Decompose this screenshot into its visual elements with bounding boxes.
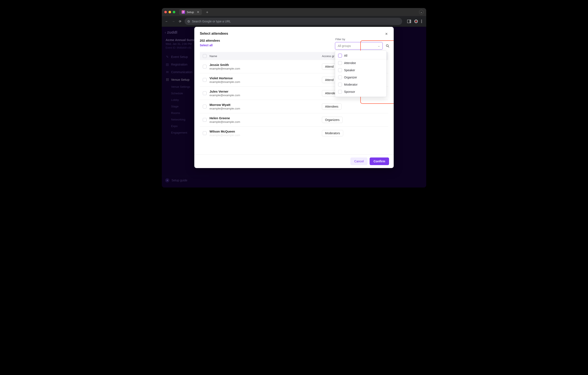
attendee-name: Morrow Wyatt: [210, 103, 319, 107]
select-attendees-modal: Select attendees ✕ 202 attendees Select …: [194, 27, 394, 168]
filter-option-moderator[interactable]: Moderator: [335, 81, 386, 88]
maximize-window-icon[interactable]: [173, 11, 175, 13]
column-name: Name: [210, 55, 319, 58]
filter-option-all[interactable]: All: [335, 52, 386, 59]
cancel-button[interactable]: Cancel: [350, 157, 368, 165]
filter-option-label: Sponsor: [344, 90, 355, 93]
back-button[interactable]: ←: [164, 20, 169, 23]
modal-title: Select attendees: [200, 32, 228, 36]
address-bar[interactable]: G Search Google or type a URL: [185, 18, 402, 25]
svg-point-4: [421, 22, 422, 23]
table-row: Wilson McQueen example@example.com Moder…: [200, 127, 388, 138]
filter-option-label: Moderator: [344, 83, 357, 86]
select-all-link[interactable]: Select all: [200, 44, 220, 47]
close-window-icon[interactable]: [164, 11, 167, 13]
close-icon[interactable]: ✕: [385, 32, 388, 36]
checkbox-icon[interactable]: [338, 76, 342, 79]
search-icon[interactable]: [385, 43, 390, 49]
attendee-email: example@example.com: [210, 80, 319, 84]
table-row: Morrow Wyatt example@example.com Attende…: [200, 100, 388, 113]
group-badge: Attend: [322, 77, 337, 83]
table-row: Helen Greene example@example.com Organiz…: [200, 113, 388, 127]
browser-window: Z Setup ✕ ＋ ⌄ ← → ⟳ G Search Google or t…: [162, 8, 426, 188]
checkbox-icon[interactable]: [338, 90, 342, 94]
filter-dropdown: All Attendee Speaker: [335, 51, 387, 97]
attendee-email: example@example.com: [210, 120, 319, 123]
group-badge: Attendees: [322, 103, 342, 110]
app-viewport: ‹ zuddl Acme Annual Summ Wed, Jan 31, 2:…: [162, 27, 426, 188]
checkbox-icon[interactable]: [338, 61, 342, 65]
filter-label: Filter by: [335, 38, 390, 41]
address-placeholder: Search Google or type a URL: [192, 20, 231, 23]
kebab-menu-icon[interactable]: [421, 20, 422, 23]
row-checkbox[interactable]: [203, 105, 207, 109]
filter-option-speaker[interactable]: Speaker: [335, 66, 386, 74]
filter-option-sponsor[interactable]: Sponsor: [335, 88, 386, 95]
tab-title: Setup: [187, 11, 194, 14]
filter-option-label: All: [344, 54, 347, 57]
attendee-email: example@example.com: [210, 67, 319, 70]
checkbox-icon[interactable]: [338, 83, 342, 87]
group-badge: Organizers: [322, 117, 343, 123]
filter-select[interactable]: All groups ⌄: [335, 42, 383, 50]
browser-toolbar: ← → ⟳ G Search Google or type a URL: [162, 16, 426, 27]
attendee-name: Jules Verner: [210, 90, 319, 93]
checkbox-icon[interactable]: [338, 54, 342, 57]
filter-option-organizer[interactable]: Organizer: [335, 74, 386, 81]
select-all-checkbox[interactable]: [203, 54, 207, 58]
side-panel-icon[interactable]: [407, 20, 411, 23]
filter-option-attendee[interactable]: Attendee: [335, 59, 386, 66]
filter-area: Filter by All groups ⌄ All: [335, 38, 390, 50]
attendee-email: example@example.com: [210, 107, 319, 110]
row-checkbox[interactable]: [203, 91, 207, 95]
reload-button[interactable]: ⟳: [178, 20, 182, 23]
google-g-icon: G: [188, 20, 190, 23]
confirm-button[interactable]: Confirm: [370, 157, 389, 165]
chevron-down-icon[interactable]: ⌄: [419, 10, 424, 14]
group-badge: Moderators: [322, 130, 343, 136]
svg-point-2: [421, 20, 422, 21]
attendee-name: Violet Hortense: [210, 76, 319, 80]
attendee-email: example@example.com: [210, 133, 319, 137]
attendee-email: example@example.com: [210, 94, 319, 97]
modal-footer: Cancel Confirm: [194, 154, 394, 168]
checkbox-icon[interactable]: [338, 68, 342, 72]
filter-current-value: All groups: [338, 44, 351, 48]
filter-option-label: Attendee: [344, 61, 356, 65]
title-bar: Z Setup ✕ ＋ ⌄: [162, 8, 426, 16]
browser-tab[interactable]: Z Setup ✕: [179, 9, 202, 15]
row-checkbox[interactable]: [203, 131, 207, 135]
filter-option-label: Organizer: [344, 76, 357, 79]
svg-rect-1: [410, 20, 411, 23]
new-tab-button[interactable]: ＋: [204, 10, 211, 15]
record-icon[interactable]: [414, 20, 418, 23]
minimize-window-icon[interactable]: [168, 11, 171, 13]
filter-option-label: Speaker: [344, 68, 355, 72]
row-checkbox[interactable]: [203, 118, 207, 122]
attendee-name: Helen Greene: [210, 116, 319, 120]
svg-line-6: [388, 46, 389, 47]
forward-button[interactable]: →: [171, 20, 176, 23]
attendee-count: 202 attendees: [200, 39, 220, 42]
row-checkbox[interactable]: [203, 78, 207, 82]
group-badge: Attend: [322, 63, 337, 70]
traffic-lights: [164, 11, 175, 13]
attendee-name: Jessie Smith: [210, 63, 319, 66]
chevron-down-icon: ⌄: [378, 44, 380, 47]
svg-point-3: [421, 21, 422, 22]
close-tab-icon[interactable]: ✕: [197, 10, 200, 14]
favicon-icon: Z: [182, 10, 185, 14]
attendee-name: Wilson McQueen: [210, 130, 319, 133]
row-checkbox[interactable]: [203, 65, 207, 68]
